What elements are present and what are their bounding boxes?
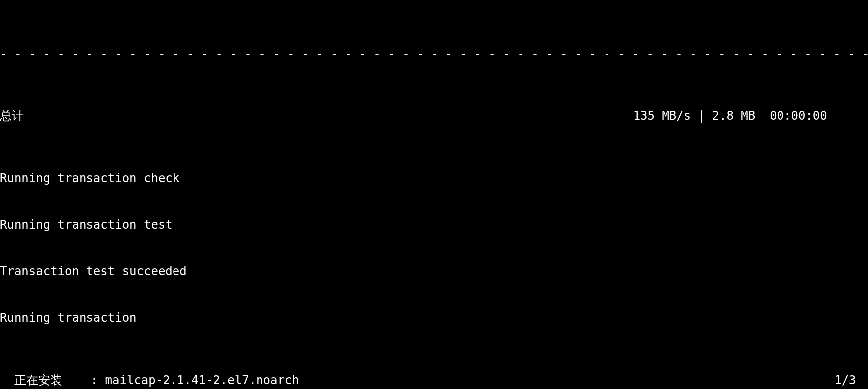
output-line: Running transaction (0, 310, 868, 326)
table-row: 正在安装 : mailcap-2.1.41-2.el7.noarch 1/3 (0, 373, 868, 388)
pkg-progress: 1/3 (834, 373, 868, 388)
pkg-action: 正在安装 : mailcap-2.1.41-2.el7.noarch (0, 373, 299, 388)
output-line: Running transaction test (0, 217, 868, 233)
total-label: 总计 (0, 108, 24, 124)
output-line: Running transaction check (0, 171, 868, 186)
separator-line: - - - - - - - - - - - - - - - - - - - - … (0, 47, 868, 62)
total-line: 总计 135 MB/s | 2.8 MB 00:00:00 (0, 108, 868, 124)
total-stats: 135 MB/s | 2.8 MB 00:00:00 (633, 108, 868, 124)
output-line: Transaction test succeeded (0, 264, 868, 279)
terminal[interactable]: - - - - - - - - - - - - - - - - - - - - … (0, 0, 868, 389)
